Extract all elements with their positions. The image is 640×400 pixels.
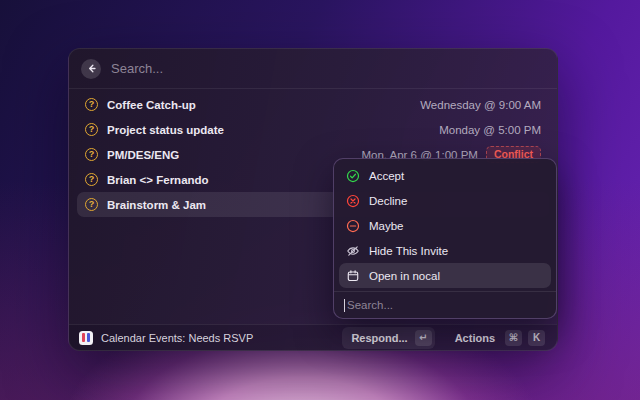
menu-item-label: Accept [369, 170, 404, 182]
rsvp-action-menu: Accept Decline Maybe Hide This Invite [333, 158, 557, 319]
menu-search-row [334, 291, 556, 318]
event-title: PM/DES/ENG [107, 149, 179, 161]
enter-key-badge: ↵ [415, 330, 432, 346]
event-time: Monday @ 5:00 PM [439, 124, 541, 136]
menu-item-label: Hide This Invite [369, 245, 448, 257]
rsvp-question-icon: ? [85, 148, 98, 161]
search-input[interactable] [111, 61, 545, 76]
menu-search-input[interactable] [347, 299, 546, 311]
calendar-icon [346, 269, 360, 283]
menu-item-label: Maybe [369, 220, 404, 232]
menu-item-label: Open in nocal [369, 270, 440, 282]
eye-slash-icon [346, 244, 360, 258]
rsvp-question-icon: ? [85, 198, 98, 211]
check-circle-icon [346, 169, 360, 183]
rsvp-question-icon: ? [85, 173, 98, 186]
desktop-wallpaper: ? Coffee Catch-up Wednesday @ 9:00 AM ? … [0, 0, 640, 400]
event-time: Wednesday @ 9:00 AM [420, 99, 541, 111]
nocal-app-icon [79, 331, 93, 345]
menu-item-maybe[interactable]: Maybe [339, 213, 551, 238]
rsvp-question-icon: ? [85, 98, 98, 111]
event-title: Project status update [107, 124, 224, 136]
command-title: Calendar Events: Needs RSVP [101, 332, 253, 344]
actions-label: Actions [455, 332, 495, 344]
menu-item-accept[interactable]: Accept [339, 163, 551, 188]
event-title: Coffee Catch-up [107, 99, 196, 111]
actions-button[interactable]: Actions ⌘ K [453, 327, 547, 349]
arrow-left-icon [86, 63, 97, 74]
minus-circle-icon [346, 219, 360, 233]
menu-item-open-in-nocal[interactable]: Open in nocal [339, 263, 551, 288]
text-caret [344, 299, 345, 312]
menu-item-label: Decline [369, 195, 407, 207]
menu-item-hide-invite[interactable]: Hide This Invite [339, 238, 551, 263]
cmd-key-badge: ⌘ [505, 330, 522, 346]
rsvp-question-icon: ? [85, 123, 98, 136]
event-title: Brainstorm & Jam [107, 199, 206, 211]
event-title: Brian <> Fernando [107, 174, 209, 186]
list-item[interactable]: ? Coffee Catch-up Wednesday @ 9:00 AM [77, 92, 549, 117]
respond-label: Respond... [351, 332, 407, 344]
back-button[interactable] [81, 59, 101, 79]
menu-item-decline[interactable]: Decline [339, 188, 551, 213]
k-key-badge: K [528, 330, 545, 346]
search-header [69, 49, 557, 89]
respond-button[interactable]: Respond... ↵ [342, 327, 434, 349]
x-circle-icon [346, 194, 360, 208]
status-bar: Calendar Events: Needs RSVP Respond... ↵… [69, 324, 557, 350]
list-item[interactable]: ? Project status update Monday @ 5:00 PM [77, 117, 549, 142]
